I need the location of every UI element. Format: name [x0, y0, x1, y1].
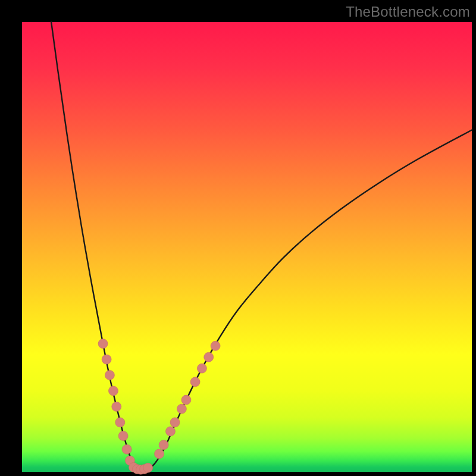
curve-marker: [211, 341, 220, 350]
curve-marker: [115, 418, 125, 427]
curve-marker: [105, 370, 114, 380]
curve-marker: [118, 431, 128, 441]
curve-marker: [190, 377, 200, 387]
watermark-text: TheBottleneck.com: [346, 4, 470, 20]
curve-layer: [22, 22, 472, 472]
curve-markers: [98, 339, 220, 475]
curve-marker: [122, 444, 131, 454]
curve-marker: [112, 402, 121, 411]
curve-marker: [204, 352, 214, 362]
curve-marker: [98, 339, 108, 349]
chart-frame: TheBottleneck.com: [0, 0, 476, 476]
curve-marker: [197, 364, 206, 373]
plot-area: [22, 22, 472, 472]
curve-marker: [177, 404, 186, 414]
curve-marker: [159, 440, 168, 450]
curve-marker: [170, 418, 180, 427]
curve-marker: [143, 463, 153, 472]
curve-marker: [108, 386, 118, 396]
curve-marker: [165, 427, 175, 436]
curve-marker: [155, 449, 164, 459]
curve-marker: [102, 355, 111, 364]
curve-marker: [181, 395, 191, 405]
